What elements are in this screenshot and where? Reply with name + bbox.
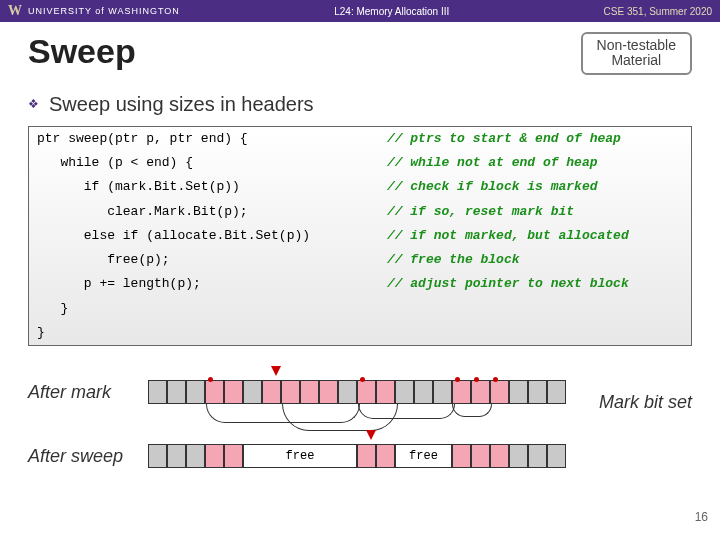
code-l5: else if (allocate.Bit.Set(p)) [29, 224, 379, 248]
uw-name: UNIVERSITY of WASHINGTON [28, 6, 180, 16]
page-title: Sweep [28, 32, 136, 71]
code-c7: // adjust pointer to next block [379, 272, 691, 296]
after-sweep-row: After sweep free free [28, 444, 692, 468]
code-c1: // ptrs to start & end of heap [379, 127, 691, 151]
arrow-icon [366, 430, 376, 440]
code-l2: while (p < end) { [29, 151, 379, 175]
arrow-icon [271, 366, 281, 376]
after-mark-row: After mark [28, 380, 692, 404]
subtitle-row: ❖ Sweep using sizes in headers [28, 93, 692, 116]
code-l8: } [29, 297, 379, 321]
subtitle: Sweep using sizes in headers [49, 93, 314, 116]
mark-dot-icon [474, 377, 479, 382]
bullet-icon: ❖ [28, 97, 39, 111]
uw-logo: W [8, 3, 22, 19]
code-l9: } [29, 321, 379, 345]
badge-line1: Non-testable [597, 37, 676, 53]
code-l6: free(p); [29, 248, 379, 272]
mark-bit-set-label: Mark bit set [599, 392, 692, 413]
code-l7: p += length(p); [29, 272, 379, 296]
free-block: free [395, 444, 452, 468]
code-c4: // if so, reset mark bit [379, 200, 691, 224]
code-c3: // check if block is marked [379, 175, 691, 199]
code-c5: // if not marked, but allocated [379, 224, 691, 248]
mark-dot-icon [208, 377, 213, 382]
curve-icon [452, 404, 492, 417]
code-l3: if (mark.Bit.Set(p)) [29, 175, 379, 199]
curve-icon [358, 404, 455, 419]
lecture-label: L24: Memory Allocation III [334, 6, 449, 17]
free-block: free [243, 444, 357, 468]
after-sweep-cells: free free [148, 444, 566, 468]
code-c6: // free the block [379, 248, 691, 272]
mark-dot-icon [493, 377, 498, 382]
badge-line2: Material [611, 52, 661, 68]
code-l1: ptr sweep(ptr p, ptr end) { [29, 127, 379, 151]
slide-number: 16 [695, 510, 708, 524]
code-block: ptr sweep(ptr p, ptr end) {// ptrs to st… [28, 126, 692, 346]
topbar: W UNIVERSITY of WASHINGTON L24: Memory A… [0, 0, 720, 22]
code-c2: // while not at end of heap [379, 151, 691, 175]
code-l4: clear.Mark.Bit(p); [29, 200, 379, 224]
mark-dot-icon [455, 377, 460, 382]
after-mark-cells [148, 380, 566, 404]
mark-dot-icon [360, 377, 365, 382]
after-sweep-label: After sweep [28, 446, 148, 467]
after-mark-label: After mark [28, 382, 148, 403]
course-label: CSE 351, Summer 2020 [604, 6, 712, 17]
non-testable-badge: Non-testable Material [581, 32, 692, 75]
